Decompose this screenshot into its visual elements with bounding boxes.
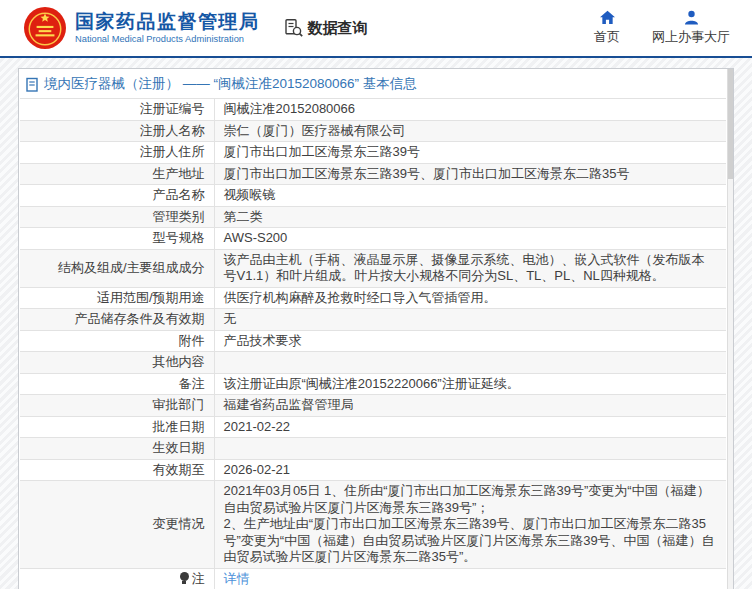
field-value: 厦门市出口加工区海景东三路39号、厦门市出口加工区海景东二路35号 <box>224 166 630 181</box>
field-label-cell: 产品储存条件及有效期 <box>20 309 214 331</box>
site-header: 国家药品监督管理局 National Medical Products Admi… <box>0 0 752 58</box>
field-label-cell: 其他内容 <box>20 352 214 374</box>
field-label-cell: 结构及组成/主要组成成分 <box>20 249 214 287</box>
detail-link[interactable]: 详情 <box>224 571 250 586</box>
table-row: 生效日期 <box>20 438 726 460</box>
breadcrumb: 境内医疗器械（注册） —— “闽械注准20152080066” 基本信息 <box>19 69 733 98</box>
field-value-cell <box>214 438 726 460</box>
field-value: 该注册证由原“闽械注准20152220066”注册证延续。 <box>224 376 520 391</box>
field-label: 注册人住所 <box>140 144 205 159</box>
table-row: 产品名称 视频喉镜 <box>20 185 726 207</box>
data-query-link[interactable]: 数据查询 <box>284 18 368 38</box>
field-label: 注册人名称 <box>140 123 205 138</box>
field-label: 管理类别 <box>153 209 205 224</box>
field-label-cell: 生效日期 <box>20 438 214 460</box>
field-value: 2021-02-22 <box>224 419 291 434</box>
field-label: 产品名称 <box>153 187 205 202</box>
table-row: 注册证编号 闽械注准20152080066 <box>20 99 726 121</box>
field-label: 注册证编号 <box>140 101 205 116</box>
scrollbar[interactable] <box>727 69 733 589</box>
table-row: 管理类别 第二类 <box>20 206 726 228</box>
document-search-icon <box>284 18 304 38</box>
nav-home[interactable]: 首页 <box>594 10 620 46</box>
field-value: 第二类 <box>224 209 263 224</box>
table-row: 有效期至 2026-02-21 <box>20 459 726 481</box>
field-value-cell: 该产品由主机（手柄、液晶显示屏、摄像显示系统、电池）、嵌入式软件（发布版本号V1… <box>214 249 726 287</box>
field-label-cell: 注册证编号 <box>20 99 214 121</box>
field-label: 附件 <box>179 333 205 348</box>
field-value-cell: 视频喉镜 <box>214 185 726 207</box>
field-value-cell: 闽械注准20152080066 <box>214 99 726 121</box>
field-value: 该产品由主机（手柄、液晶显示屏、摄像显示系统、电池）、嵌入式软件（发布版本号V1… <box>224 252 705 284</box>
table-row: 其他内容 <box>20 352 726 374</box>
logo-text: 国家药品监督管理局 National Medical Products Admi… <box>75 11 260 45</box>
field-label-cell: 产品名称 <box>20 185 214 207</box>
field-label: 结构及组成/主要组成成分 <box>58 260 205 275</box>
breadcrumb-text: 境内医疗器械（注册） —— “闽械注准20152080066” 基本信息 <box>44 76 417 92</box>
table-row: 审批部门 福建省药品监督管理局 <box>20 395 726 417</box>
table-row: 注册人名称 崇仁（厦门）医疗器械有限公司 <box>20 120 726 142</box>
field-value: 产品技术要求 <box>224 333 302 348</box>
field-label-cell: 注册人名称 <box>20 120 214 142</box>
field-label-cell: 型号规格 <box>20 228 214 250</box>
field-label: 审批部门 <box>153 397 205 412</box>
field-label-cell: 注 <box>20 568 214 589</box>
field-value-cell: 2021-02-22 <box>214 416 726 438</box>
agency-name-en: National Medical Products Administration <box>75 33 260 45</box>
field-value: 福建省药品监督管理局 <box>224 397 354 412</box>
table-row: 变更情况 2021年03月05日 1、住所由“厦门市出口加工区海景东三路39号”… <box>20 481 726 569</box>
field-value: 崇仁（厦门）医疗器械有限公司 <box>224 123 406 138</box>
field-value-cell: 厦门市出口加工区海景东三路39号、厦门市出口加工区海景东二路35号 <box>214 163 726 185</box>
nav-service-hall[interactable]: 网上办事大厅 <box>652 10 730 46</box>
field-value-cell <box>214 352 726 374</box>
field-value-cell: 第二类 <box>214 206 726 228</box>
field-label-cell: 变更情况 <box>20 481 214 569</box>
content-wrap: 境内医疗器械（注册） —— “闽械注准20152080066” 基本信息 注册证… <box>0 58 752 589</box>
field-value-cell: 厦门市出口加工区海景东三路39号 <box>214 142 726 164</box>
content-panel: 境内医疗器械（注册） —— “闽械注准20152080066” 基本信息 注册证… <box>18 68 734 589</box>
field-label: 其他内容 <box>153 354 205 369</box>
lightbulb-icon <box>180 572 189 584</box>
data-query-label: 数据查询 <box>308 19 368 38</box>
field-value-cell: 福建省药品监督管理局 <box>214 395 726 417</box>
field-label-cell: 管理类别 <box>20 206 214 228</box>
field-value-cell: 产品技术要求 <box>214 330 726 352</box>
field-label-cell: 有效期至 <box>20 459 214 481</box>
field-value-cell: 供医疗机构麻醉及抢救时经口导入气管插管用。 <box>214 287 726 309</box>
field-label-cell: 批准日期 <box>20 416 214 438</box>
field-label-cell: 适用范围/预期用途 <box>20 287 214 309</box>
table-row: 批准日期 2021-02-22 <box>20 416 726 438</box>
field-value-cell: AWS-S200 <box>214 228 726 250</box>
field-value: 视频喉镜 <box>224 187 276 202</box>
user-icon <box>683 10 700 25</box>
national-emblem-icon <box>24 7 66 49</box>
nav-home-label: 首页 <box>594 28 620 46</box>
field-value: 2026-02-21 <box>224 462 291 477</box>
field-label-cell: 生产地址 <box>20 163 214 185</box>
field-label: 型号规格 <box>153 230 205 245</box>
field-value: 闽械注准20152080066 <box>224 101 356 116</box>
field-label-cell: 备注 <box>20 373 214 395</box>
field-label: 备注 <box>179 376 205 391</box>
table-row: 注 详情 <box>20 568 726 589</box>
field-value: 2021年03月05日 1、住所由“厦门市出口加工区海景东三路39号”变更为“中… <box>224 483 715 564</box>
info-table: 注册证编号 闽械注准20152080066 注册人名称 崇仁（厦门）医疗器械有限… <box>20 98 726 589</box>
field-value: AWS-S200 <box>224 230 288 245</box>
table-row: 备注 该注册证由原“闽械注准20152220066”注册证延续。 <box>20 373 726 395</box>
field-value: 无 <box>224 311 237 326</box>
scrollbar-thumb[interactable] <box>728 69 733 179</box>
nmpa-logo[interactable]: 国家药品监督管理局 National Medical Products Admi… <box>24 7 260 49</box>
table-row: 结构及组成/主要组成成分 该产品由主机（手柄、液晶显示屏、摄像显示系统、电池）、… <box>20 249 726 287</box>
field-value-cell: 无 <box>214 309 726 331</box>
field-value: 供医疗机构麻醉及抢救时经口导入气管插管用。 <box>224 290 497 305</box>
field-value-cell: 详情 <box>214 568 726 589</box>
field-value-cell: 2021年03月05日 1、住所由“厦门市出口加工区海景东三路39号”变更为“中… <box>214 481 726 569</box>
table-row: 注册人住所 厦门市出口加工区海景东三路39号 <box>20 142 726 164</box>
field-label: 注 <box>192 571 205 586</box>
field-value-cell: 该注册证由原“闽械注准20152220066”注册证延续。 <box>214 373 726 395</box>
field-label: 生效日期 <box>153 440 205 455</box>
home-icon <box>599 10 616 25</box>
field-label-cell: 注册人住所 <box>20 142 214 164</box>
field-label-cell: 审批部门 <box>20 395 214 417</box>
nav-service-hall-label: 网上办事大厅 <box>652 28 730 46</box>
